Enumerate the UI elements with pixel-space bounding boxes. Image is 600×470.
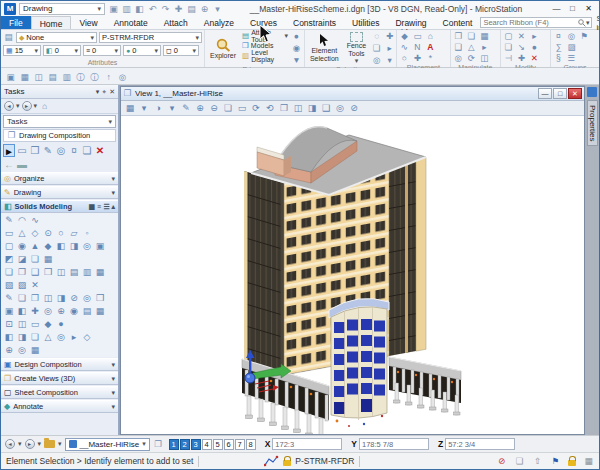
composition-tool-icon[interactable]: ✎ [42,144,54,157]
level-lock-icon[interactable] [283,460,291,466]
view-tool-icon[interactable]: ❐ [278,103,290,114]
x-coordinate-field[interactable] [272,438,342,450]
solids-tool-icon[interactable]: ✚ [29,305,41,317]
selection-extra-icon[interactable]: ❏ [371,43,382,54]
solids-tool-icon[interactable]: ❐ [16,266,28,278]
chevron-down-icon[interactable]: ▾ [18,440,22,448]
chevron-down-icon[interactable]: ▾ [34,102,38,110]
tab-content[interactable]: Content [435,16,481,29]
view-toggle-5[interactable]: 5 [213,439,223,450]
solids-tool-icon[interactable]: ◪ [16,253,28,265]
placement-tool-icon[interactable]: N [412,42,423,53]
view-tool-icon[interactable]: ⟲ [264,103,276,114]
modify-tool-icon[interactable]: ● [529,42,540,53]
modify-tool-icon[interactable]: ⊣ [503,53,514,64]
manipulate-tool-icon[interactable]: ◎ [453,53,464,64]
solids-tool-icon[interactable]: ▧ [3,279,15,291]
solids-tool-icon[interactable]: ◎ [81,240,93,252]
chevron-down-icon[interactable]: ▾ [38,440,42,448]
view-toggle-7[interactable]: 7 [235,439,245,450]
section-drawing[interactable]: ✎ Drawing ▾ [1,186,118,199]
composition-tool-icon[interactable]: ◎ [55,144,67,157]
solids-tool-icon[interactable]: ▭ [3,227,15,239]
manipulate-tool-icon[interactable]: ◫ [479,53,490,64]
forward-button[interactable]: ▸ [22,101,32,111]
drawing-composition-item[interactable]: ❐ Drawing Composition [3,129,116,142]
solids-tool-icon[interactable]: ▤ [68,266,80,278]
view-group-tab[interactable]: __Master-HiRise ▾ [65,438,150,451]
view-tool-icon[interactable]: ❏ [222,103,234,114]
composition-tool-icon[interactable]: ▭ [16,144,28,157]
solids-tool-icon[interactable]: ◎ [81,292,93,304]
view-toggle-4[interactable]: 4 [202,439,212,450]
tab-home[interactable]: Home [31,16,72,29]
secondary-toolbar-icon[interactable]: ⓘ [75,71,86,82]
folder-icon[interactable] [44,440,55,448]
placement-tool-icon[interactable]: ✚ [412,53,423,64]
solids-tool-icon[interactable]: ▣ [94,240,106,252]
solids-tool-icon[interactable]: ● [55,318,67,330]
tab-view[interactable]: View [71,16,105,29]
placement-tool-icon[interactable]: ○ [399,53,410,64]
chevron-up-icon[interactable]: ▴ [111,203,115,211]
placement-tool-icon[interactable]: ∿ [399,42,410,53]
selection-extra-icon[interactable]: ▾ [384,55,395,66]
weight-combo[interactable]: ●0 ▾ [123,45,161,56]
tab-drawing-aids[interactable]: Drawing Aids [387,16,434,29]
view-toggle-8[interactable]: 8 [246,439,256,450]
active-style-combo[interactable]: ◆None ▾ [16,32,97,43]
modify-tool-icon[interactable]: ✕ [529,53,540,64]
solids-tool-icon[interactable]: ❏ [3,266,15,278]
tab-file[interactable]: File [1,16,31,29]
tab-analyze[interactable]: Analyze [196,16,242,29]
tasks-dropdown[interactable]: Tasks ▾ [3,115,116,128]
solids-tool-icon[interactable]: ◦ [81,227,93,239]
section-organize[interactable]: ◎ Organize ▾ [1,172,118,185]
modify-tool-icon[interactable]: ✚ [516,53,527,64]
primary-extra-icon[interactable]: ▼ [291,55,302,66]
selection-extra-icon[interactable]: ◎ [371,55,382,66]
attach-tools-button[interactable]: ▤ Attach Tools ▾ [242,31,288,40]
close-button[interactable]: ✕ [581,3,596,15]
secondary-toolbar-icon[interactable]: ◫ [33,71,44,82]
solids-tool-icon[interactable]: ✎ [3,292,15,304]
manipulate-tool-icon[interactable]: ❐ [453,31,464,42]
solids-tool-icon[interactable]: ▤ [81,305,93,317]
minimize-button[interactable]: — [549,3,564,15]
color-combo[interactable]: ◧0 ▾ [43,45,81,56]
tab-constraints[interactable]: Constraints [285,16,344,29]
solids-tool-icon[interactable]: ▦ [94,305,106,317]
section-sheet-composition[interactable]: ▢ Sheet Composition ▾ [1,386,118,399]
list-view-icon[interactable]: ≡ [97,203,101,211]
groups-tool-icon[interactable]: ◎ [566,31,577,42]
solids-tool-icon[interactable]: ❏ [16,292,28,304]
lock-status-icon[interactable] [568,460,576,466]
fence-tools-button[interactable]: Fence Tools ▾ [344,31,369,66]
placement-tool-icon[interactable]: A [425,42,436,53]
solids-tool-icon[interactable]: ◫ [55,266,67,278]
back-button[interactable]: ◂ [5,439,15,449]
composition-tool-icon[interactable]: ▬ [16,160,28,170]
chevron-down-icon[interactable]: ▾ [58,440,62,448]
view-tool-icon[interactable]: ⊖ [208,103,220,114]
groups-tool-icon[interactable]: ¤ [553,31,564,42]
solids-tool-icon[interactable]: ◎ [55,331,67,343]
selection-extra-icon[interactable]: ▸ [384,43,395,54]
quick-access-icon[interactable]: ◧ [134,3,145,14]
solids-tool-icon[interactable]: ▦ [29,344,41,356]
solids-tool-icon[interactable]: ⊙ [42,227,54,239]
drawing-canvas[interactable] [121,116,584,434]
solids-tool-icon[interactable]: ◫ [16,318,28,330]
section-solids-modeling[interactable]: ◧ Solids Modeling ▦ ≡ ☰ ▴ [1,200,118,213]
pin-icon[interactable]: ⌖ [102,88,106,96]
view-tool-icon[interactable]: ▾ [166,103,178,114]
solids-tool-icon[interactable]: ◉ [68,305,80,317]
section-create-views[interactable]: ❐ Create Views (3D) ▾ [1,372,118,385]
view-tool-icon[interactable]: ◫ [292,103,304,114]
view-tool-icon[interactable]: ✎ [180,103,192,114]
solids-tool-icon[interactable]: ◉ [16,240,28,252]
composition-tool-icon[interactable]: ❐ [29,144,41,157]
active-level-combo[interactable]: P-STRM-RFDR ▾ [99,32,202,43]
solids-tool-icon[interactable]: ⊡ [3,318,15,330]
ribbon-search[interactable]: ▾ [480,17,592,28]
